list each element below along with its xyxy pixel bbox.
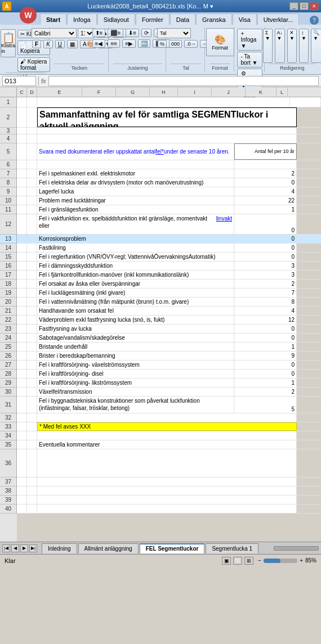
cell-k24[interactable]: 0: [234, 334, 297, 342]
cell-d32[interactable]: [27, 413, 37, 422]
cell-d1[interactable]: [27, 97, 37, 107]
cell-k11[interactable]: 1: [234, 205, 297, 214]
cell-k16[interactable]: 3: [234, 262, 297, 270]
cell-c37[interactable]: [17, 478, 27, 486]
cell-d9[interactable]: [27, 187, 37, 196]
cell-e18[interactable]: Fel orsakat av åska eller överspänningar: [37, 280, 234, 288]
cell-k15[interactable]: 0: [234, 253, 297, 261]
tab-allm[interactable]: Allmänt anläggning: [78, 543, 139, 553]
cell-e25[interactable]: Bristande underhåll: [37, 343, 234, 351]
col-header-k[interactable]: K: [246, 87, 277, 97]
percent-btn[interactable]: %: [158, 40, 167, 48]
cell-k7[interactable]: 2: [234, 169, 297, 178]
cell-k18[interactable]: 2: [234, 280, 297, 288]
cell-k14[interactable]: 0: [234, 244, 297, 252]
cell-d2[interactable]: [27, 107, 37, 127]
delete-cells-btn[interactable]: - Ta bort ▼: [237, 52, 263, 67]
cell-k8[interactable]: 0: [234, 178, 297, 187]
cell-c17[interactable]: [17, 271, 27, 279]
cell-c29[interactable]: [17, 379, 27, 387]
cell-c30[interactable]: [17, 388, 27, 396]
col-header-i[interactable]: I: [178, 87, 212, 97]
tab-granska[interactable]: Granska: [196, 13, 232, 25]
cell-d27[interactable]: [27, 361, 37, 369]
cell-e5[interactable]: Svara med dokumenterat eller uppskattat …: [37, 143, 234, 160]
page-layout-btn[interactable]: ⬜: [233, 557, 242, 565]
cell-e3[interactable]: [37, 128, 297, 134]
cell-d37[interactable]: [27, 478, 37, 486]
cell-d22[interactable]: [27, 316, 37, 324]
cell-d3[interactable]: [27, 128, 37, 134]
cell-d12[interactable]: [27, 214, 37, 234]
tab-segmentlucka1[interactable]: Segmentlucka 1: [206, 543, 258, 553]
help-btn[interactable]: ?: [310, 16, 319, 25]
cell-c35[interactable]: [17, 440, 27, 449]
cell-c32[interactable]: [17, 413, 27, 422]
cell-e31[interactable]: Fel i byggnadstekniska konstruktioner so…: [37, 397, 234, 413]
cell-e38[interactable]: [37, 487, 297, 495]
col-header-c[interactable]: C: [17, 87, 27, 97]
cell-d21[interactable]: [27, 307, 37, 315]
col-header-d[interactable]: D: [27, 87, 37, 97]
cell-d30[interactable]: [27, 388, 37, 396]
fill-btn[interactable]: A↓ ▼: [275, 29, 286, 63]
cell-c10[interactable]: [17, 196, 27, 205]
cell-d14[interactable]: [27, 244, 37, 252]
cell-e26[interactable]: Brister i beredskap/bemanning: [37, 352, 234, 360]
cell-c15[interactable]: [17, 253, 27, 261]
cell-d10[interactable]: [27, 196, 37, 205]
cell-e11[interactable]: Fel i gränslägesfunktion: [37, 205, 234, 214]
cell-c36[interactable]: [17, 449, 27, 477]
cell-k22[interactable]: 12: [234, 316, 297, 324]
cell-c28[interactable]: [17, 370, 27, 378]
cell-d20[interactable]: [27, 298, 37, 306]
cell-e6[interactable]: [37, 160, 234, 169]
cell-c26[interactable]: [17, 352, 27, 360]
col-header-j[interactable]: J: [212, 87, 246, 97]
underline-btn[interactable]: U: [55, 40, 65, 48]
tab-nav-first[interactable]: |◀: [2, 544, 10, 552]
clear-btn[interactable]: ✕ ▼: [287, 29, 297, 63]
cell-e17[interactable]: Fel i fjärrkontrollfunktion-manöver (ink…: [37, 271, 234, 279]
cell-d31[interactable]: [27, 397, 37, 413]
cell-c13[interactable]: [17, 235, 27, 243]
format-btn[interactable]: 🎨 Format: [206, 28, 234, 56]
cell-k27[interactable]: 0: [234, 361, 297, 369]
cell-e14[interactable]: Fastkilning: [37, 244, 234, 252]
cell-e10[interactable]: Problem med lucktätningar: [37, 196, 234, 205]
insert-cells-btn[interactable]: + Infoga ▼: [237, 29, 263, 51]
minimize-btn[interactable]: _: [289, 2, 298, 10]
cell-e20[interactable]: Fel i vattennivåmätning (från mätpunkt (…: [37, 298, 234, 306]
normal-view-btn[interactable]: ▣: [222, 557, 231, 565]
cell-k13[interactable]: 0: [234, 235, 297, 243]
cell-d18[interactable]: [27, 280, 37, 288]
cell-c2[interactable]: [17, 107, 27, 127]
cell-c11[interactable]: [17, 205, 27, 214]
sort-btn[interactable]: ↕ ▼: [299, 29, 309, 63]
cell-c25[interactable]: [17, 343, 27, 351]
window-controls[interactable]: _ □ ✕: [289, 2, 319, 10]
number-format-selector[interactable]: Tal: [157, 28, 191, 38]
cell-d6[interactable]: [27, 160, 37, 169]
cell-k31[interactable]: 5: [234, 397, 297, 413]
cell-c8[interactable]: [17, 178, 27, 187]
cell-k26[interactable]: 9: [234, 352, 297, 360]
cell-d35[interactable]: [27, 440, 37, 449]
wrap-text-btn[interactable]: 🔤: [138, 39, 150, 48]
italic-btn[interactable]: K: [43, 40, 53, 48]
zoom-slider[interactable]: [264, 559, 297, 563]
col-header-f[interactable]: F: [82, 87, 116, 97]
align-top-btn[interactable]: ⬆≡: [92, 29, 106, 37]
cell-e13[interactable]: Korrosionsproblem: [37, 235, 234, 243]
cell-c27[interactable]: [17, 361, 27, 369]
cell-c16[interactable]: [17, 262, 27, 270]
cell-k29[interactable]: 1: [234, 379, 297, 387]
zoom-in-btn[interactable]: +: [300, 557, 303, 564]
cell-c33[interactable]: [17, 422, 27, 431]
cell-c5[interactable]: [17, 143, 27, 160]
col-header-h[interactable]: H: [150, 87, 178, 97]
cell-e15[interactable]: Fel i reglerfunktion (VNR/ÖVY-regl; Vatt…: [37, 253, 234, 261]
cell-c7[interactable]: [17, 169, 27, 178]
align-center-btn[interactable]: ≡≡: [108, 39, 120, 48]
cell-k21[interactable]: 4: [234, 307, 297, 315]
